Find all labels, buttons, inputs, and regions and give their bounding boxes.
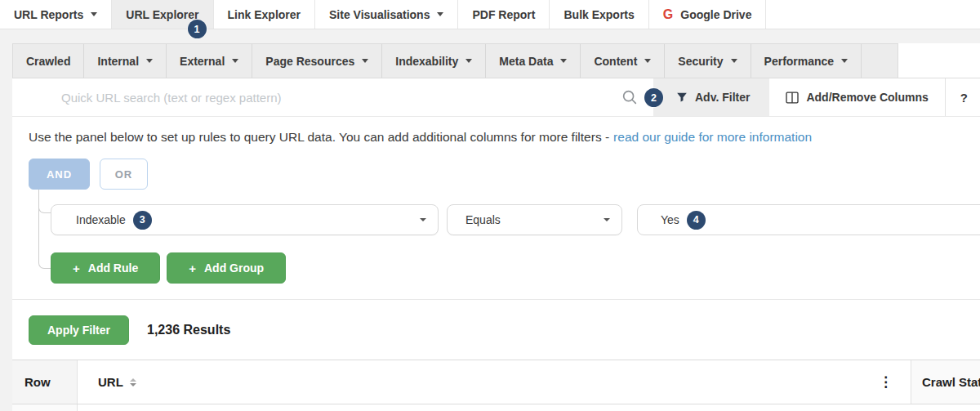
adv-filter-button[interactable]: 2 Adv. Filter <box>653 78 769 116</box>
column-header-row: Row <box>12 360 78 404</box>
nav-label: Google Drive <box>680 8 751 21</box>
intro-text: Use the panel below to set up rules to q… <box>29 130 609 145</box>
chevron-down-icon <box>437 12 443 16</box>
search-input[interactable] <box>12 91 621 105</box>
tab-meta-data[interactable]: Meta Data <box>486 44 581 78</box>
tab-label: Internal <box>97 55 139 68</box>
chevron-down-icon <box>604 218 610 221</box>
nav-label: Link Explorer <box>228 8 301 21</box>
rule-operator-value: Equals <box>466 213 501 226</box>
nav-google-drive[interactable]: G Google Drive <box>649 0 767 29</box>
nav-label: URL Explorer <box>126 8 198 21</box>
tab-indexability[interactable]: Indexability <box>382 44 486 78</box>
chevron-down-icon <box>232 59 238 63</box>
column-label: URL <box>98 375 123 389</box>
search-toolbar: 2 Adv. Filter Add/Remove Columns ? <box>12 78 980 117</box>
report-tabstrip: Crawled Internal External Page Resources… <box>12 43 898 78</box>
filter-funnel-icon <box>676 92 688 103</box>
add-rule-label: Add Rule <box>88 261 138 275</box>
sort-icon[interactable] <box>130 378 136 386</box>
nav-label: PDF Report <box>472 8 535 21</box>
rule-field-value: Indexable <box>76 213 126 226</box>
chevron-down-icon <box>420 218 426 221</box>
nav-url-explorer[interactable]: URL Explorer 1 <box>112 0 213 29</box>
tab-security[interactable]: Security <box>665 44 751 78</box>
rule-value-text: Yes <box>661 213 679 226</box>
column-header-crawl-status: Crawl Stat <box>911 360 980 404</box>
filter-builder: AND OR Indexable 3 Equals Yes 4 <box>12 157 980 299</box>
search-icon[interactable] <box>621 88 639 106</box>
tutorial-badge-1: 1 <box>188 20 207 38</box>
help-button[interactable]: ? <box>946 78 980 116</box>
add-group-label: Add Group <box>204 261 264 275</box>
nav-label: URL Reports <box>14 8 83 21</box>
rule-value-input[interactable]: Yes 4 <box>637 204 980 235</box>
rule-connector-line <box>38 190 51 269</box>
tab-page-resources[interactable]: Page Resources <box>252 44 382 78</box>
tab-label: External <box>180 55 225 68</box>
tab-crawled[interactable]: Crawled <box>13 44 84 78</box>
google-logo-icon: G <box>663 7 673 22</box>
row-number-cell <box>12 404 78 411</box>
tab-label: Performance <box>764 55 835 68</box>
add-buttons-row: + Add Rule + Add Group <box>51 252 980 284</box>
tab-internal[interactable]: Internal <box>84 44 167 78</box>
chevron-down-icon <box>91 12 97 16</box>
tab-label: Content <box>594 55 637 68</box>
column-label: Crawl Stat <box>922 375 980 389</box>
add-remove-columns-button[interactable]: Add/Remove Columns <box>769 78 945 116</box>
tab-content[interactable]: Content <box>581 44 665 78</box>
tab-external[interactable]: External <box>167 44 252 78</box>
tab-label: Meta Data <box>499 55 553 68</box>
table-row <box>12 404 980 411</box>
column-label: Row <box>24 375 51 389</box>
tab-label: Crawled <box>26 55 70 68</box>
results-count: 1,236 Results <box>147 323 230 337</box>
chevron-down-icon <box>362 59 368 63</box>
rule-operator-select[interactable]: Equals <box>447 204 622 235</box>
chevron-down-icon <box>560 59 567 63</box>
tutorial-badge-3: 3 <box>133 211 152 230</box>
chevron-down-icon <box>146 59 153 63</box>
nav-site-visualisations[interactable]: Site Visualisations <box>315 0 458 29</box>
nav-url-reports[interactable]: URL Reports <box>0 0 112 29</box>
chevron-down-icon <box>644 59 651 63</box>
nav-pdf-report[interactable]: PDF Report <box>458 0 550 29</box>
or-toggle-button[interactable]: OR <box>100 159 148 190</box>
plus-icon: + <box>189 261 196 275</box>
add-group-button[interactable]: + Add Group <box>167 252 286 284</box>
apply-row: Apply Filter 1,236 Results <box>12 299 980 360</box>
chevron-down-icon <box>841 59 848 63</box>
help-label: ? <box>960 91 968 105</box>
chevron-down-icon <box>731 59 737 63</box>
tab-performance[interactable]: Performance <box>751 44 862 78</box>
filter-intro: Use the panel below to set up rules to q… <box>12 117 980 157</box>
columns-label: Add/Remove Columns <box>806 91 928 104</box>
chevron-down-icon <box>466 59 472 63</box>
tab-label: Security <box>678 55 723 68</box>
logic-toggle: AND OR <box>12 157 980 190</box>
nav-label: Site Visualisations <box>329 8 430 21</box>
apply-filter-button[interactable]: Apply Filter <box>29 315 129 345</box>
url-explorer-panel: Crawled Internal External Page Resources… <box>12 43 980 411</box>
add-rule-button[interactable]: + Add Rule <box>51 252 160 284</box>
nav-bulk-exports[interactable]: Bulk Exports <box>550 0 648 29</box>
tab-label: Indexability <box>395 55 458 68</box>
tutorial-badge-2: 2 <box>644 88 663 107</box>
filter-rule-row: Indexable 3 Equals Yes 4 <box>51 204 980 235</box>
guide-link[interactable]: read our guide for more information <box>613 130 812 145</box>
nav-label: Bulk Exports <box>564 8 634 21</box>
quick-url-search <box>12 78 653 116</box>
rule-field-select[interactable]: Indexable 3 <box>51 204 439 235</box>
results-table-header: Row URL Crawl Stat <box>12 360 980 404</box>
column-header-url[interactable]: URL <box>78 360 911 404</box>
nav-link-explorer[interactable]: Link Explorer <box>214 0 315 29</box>
top-navigation: URL Reports URL Explorer 1 Link Explorer… <box>0 0 980 29</box>
plus-icon: + <box>73 261 80 275</box>
column-menu-kebab-icon[interactable] <box>879 360 893 404</box>
and-toggle-button[interactable]: AND <box>29 159 90 190</box>
tutorial-badge-4: 4 <box>687 211 706 230</box>
tab-label: Page Resources <box>265 55 354 68</box>
adv-filter-label: Adv. Filter <box>695 91 750 104</box>
columns-icon <box>786 92 799 104</box>
